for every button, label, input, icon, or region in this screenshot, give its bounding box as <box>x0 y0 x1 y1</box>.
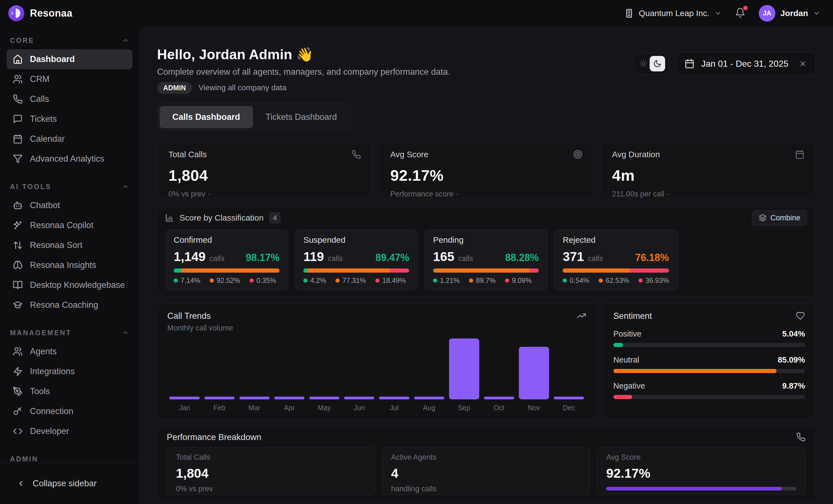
brand[interactable]: Resonaa <box>8 5 73 21</box>
code-icon <box>13 426 23 436</box>
sidebar-item-resonaa-copilot[interactable]: Resonaa Copilot <box>7 215 133 235</box>
chevron-up-icon[interactable] <box>122 329 129 336</box>
sentiment-fill-positive <box>613 343 623 347</box>
stat-card-avg-score[interactable]: Avg Score 92.17% Performance score · <box>379 141 594 199</box>
classification-score: 89.47% <box>375 252 409 263</box>
sidebar-item-tools[interactable]: Tools <box>7 381 133 401</box>
legend-dot-pink <box>639 278 643 283</box>
stat-card-avg-duration[interactable]: Avg Duration 4m 211.00s per call · <box>601 141 815 199</box>
sentiment-value: 9.87% <box>782 381 805 390</box>
x-tick-jul: Jul <box>378 404 410 412</box>
stat-card-total-calls[interactable]: Total Calls 1,804 0% vs prev · <box>157 141 372 199</box>
sidebar-item-calls[interactable]: Calls <box>7 89 133 109</box>
sidebar-item-connection[interactable]: Connection <box>7 401 133 421</box>
classification-card-title: Pending <box>433 235 539 245</box>
bar-apr[interactable] <box>274 397 305 399</box>
bar-slot <box>273 338 305 399</box>
stat-cards: Total Calls 1,804 0% vs prev · Avg Score… <box>157 141 815 199</box>
chevron-up-icon[interactable] <box>122 183 129 190</box>
classification-card-rejected[interactable]: Rejected 371 calls 76.18% 0.54% <box>554 229 677 290</box>
users-icon <box>13 347 23 356</box>
sidebar-section-admin: ADMIN <box>7 455 133 463</box>
classification-card-confirmed[interactable]: Confirmed 1,149 calls 98.17% 7.14% <box>165 229 288 290</box>
segment-orange <box>434 269 529 273</box>
sidebar-item-calendar[interactable]: Calendar <box>7 129 133 149</box>
theme-toggle[interactable] <box>634 53 669 74</box>
classification-legend: 4.2% 77.31% 18.49% <box>303 277 409 284</box>
classification-legend: 0.54% 62.53% 36.93% <box>563 277 669 284</box>
x-tick-nov: Nov <box>518 404 550 412</box>
performance-card-total-calls[interactable]: Total Calls 1,804 0% vs prev <box>167 447 375 495</box>
tab-tickets-dashboard[interactable]: Tickets Dashboard <box>253 106 350 128</box>
bar-dec[interactable] <box>554 397 584 399</box>
classification-score: 76.18% <box>635 252 669 263</box>
sidebar-item-dashboard[interactable]: Dashboard <box>7 49 133 69</box>
bot-icon <box>13 200 23 210</box>
combine-button[interactable]: Combine <box>752 210 807 226</box>
sidebar-item-developer[interactable]: Developer <box>7 421 133 441</box>
sidebar-item-label: Calls <box>30 94 49 104</box>
bar-slot <box>413 338 445 399</box>
sidebar-item-resona-coaching[interactable]: Resona Coaching <box>7 295 133 315</box>
date-range-picker[interactable]: Jan 01 - Dec 31, 2025 <box>676 52 815 75</box>
section-label-admin: ADMIN <box>10 455 38 463</box>
brain-icon <box>13 260 23 270</box>
sidebar-item-resonaa-sort[interactable]: Resonaa Sort <box>7 235 133 255</box>
bar-sep[interactable] <box>449 338 479 399</box>
classification-card-suspended[interactable]: Suspended 119 calls 89.47% 4.2% <box>295 229 418 290</box>
user-menu[interactable]: JA Jordan <box>759 5 820 22</box>
stat-note: Performance score · <box>390 190 582 198</box>
bar-slot <box>518 338 550 399</box>
arrow-up-down-icon <box>13 240 23 250</box>
bar-aug[interactable] <box>414 397 444 399</box>
sidebar-item-chatbot[interactable]: Chatbot <box>7 195 133 215</box>
classification-card-title: Rejected <box>563 235 669 245</box>
sidebar-item-integrations[interactable]: Integrations <box>7 361 133 381</box>
bar-jan[interactable] <box>169 397 199 399</box>
bar-jul[interactable] <box>379 397 409 399</box>
call-trends-title: Call Trends <box>167 311 233 321</box>
home-icon <box>13 54 23 64</box>
sidebar: CORE Dashboard CRM Calls <box>0 27 139 504</box>
sidebar-item-desktop-knowledgebase[interactable]: Desktop Knowledgebase <box>7 275 133 295</box>
bar-feb[interactable] <box>205 397 235 399</box>
bar-may[interactable] <box>309 397 339 399</box>
stat-label: Avg Score <box>390 150 582 159</box>
legend-dot-orange <box>210 278 214 283</box>
performance-card-avg-score[interactable]: Avg Score 92.17% <box>597 447 806 495</box>
bar-nov[interactable] <box>519 347 549 399</box>
sidebar-item-label: CRM <box>30 74 50 84</box>
close-icon[interactable] <box>799 60 807 68</box>
company-selector[interactable]: Quantum Leap Inc. <box>624 8 722 18</box>
classification-legend: 1.21% 89.7% 9.09% <box>433 277 539 284</box>
tab-calls-dashboard[interactable]: Calls Dashboard <box>160 106 253 128</box>
legend-dot-pink <box>249 278 254 283</box>
phone-icon <box>796 432 806 442</box>
segment-green <box>174 269 181 273</box>
main-content: Hello, Jordan Admin 👋 Complete overview … <box>139 27 833 504</box>
theme-toggle-knob <box>650 56 665 71</box>
classification-calls: 165 <box>433 249 454 264</box>
sidebar-item-tickets[interactable]: Tickets <box>7 109 133 129</box>
segment-orange <box>181 269 279 273</box>
sidebar-item-advanced-analytics[interactable]: Advanced Analytics <box>7 149 133 169</box>
bar-mar[interactable] <box>239 397 269 399</box>
classification-card-pending[interactable]: Pending 165 calls 88.28% 1.21% <box>424 229 547 290</box>
sentiment-track <box>613 343 805 347</box>
legend-value: 89.7% <box>476 277 496 284</box>
x-tick-dec: Dec <box>553 404 585 412</box>
sidebar-item-crm[interactable]: CRM <box>7 69 133 89</box>
date-range-value: Jan 01 - Dec 31, 2025 <box>701 59 788 69</box>
sidebar-item-agents[interactable]: Agents <box>7 342 133 361</box>
bar-jun[interactable] <box>344 397 374 399</box>
x-tick-jun: Jun <box>343 404 375 412</box>
chevron-up-icon[interactable] <box>122 37 129 44</box>
sidebar-item-resonaa-insights[interactable]: Resonaa Insights <box>7 255 133 275</box>
segment-green <box>303 269 308 273</box>
bar-slot <box>343 338 375 399</box>
bar-oct[interactable] <box>484 397 514 399</box>
performance-card-active-agents[interactable]: Active Agents 4 handling calls <box>382 447 591 495</box>
avg-score-progress-fill <box>606 487 782 490</box>
collapse-sidebar-button[interactable]: Collapse sidebar <box>0 462 139 504</box>
notifications-button[interactable] <box>735 7 745 19</box>
